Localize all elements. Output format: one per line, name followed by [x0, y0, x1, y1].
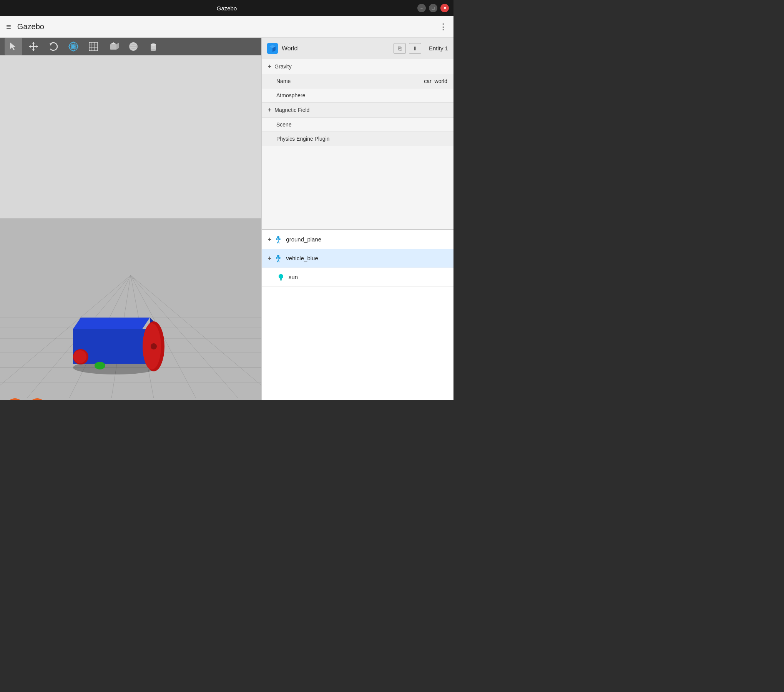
viewport[interactable]: ▶ ⏩ ‹ 0.00 % [0, 55, 261, 400]
name-value: car_world [424, 78, 447, 84]
name-row: Name car_world [262, 74, 453, 88]
sky-area [0, 55, 261, 218]
svg-marker-4 [32, 49, 35, 51]
play-button[interactable]: ▶ [6, 398, 24, 400]
fast-forward-button[interactable]: ⏩ [28, 398, 46, 400]
svg-marker-3 [32, 42, 35, 44]
vehicle-blue-label: vehicle_blue [286, 255, 318, 261]
more-options-icon[interactable]: ⋮ [439, 22, 447, 32]
entity-tree: + ground_plane [262, 230, 453, 400]
cylinder-tool-button[interactable] [145, 38, 162, 55]
window-controls: − □ ✕ [417, 4, 449, 12]
rotate-tool-button[interactable] [45, 38, 62, 55]
scene-row: Scene [262, 118, 453, 132]
orbit-tool-button[interactable] [65, 38, 82, 55]
ground-area [0, 218, 261, 400]
vehicle-blue-item[interactable]: + vehicle_blue [262, 249, 453, 268]
svg-rect-17 [110, 44, 116, 50]
magnetic-field-label: Magnetic Field [274, 107, 447, 113]
sphere-tool-button[interactable] [125, 38, 142, 55]
box-tool-button[interactable] [105, 38, 122, 55]
minimize-button[interactable]: − [417, 4, 426, 12]
world-icon [267, 43, 278, 54]
expand-icon-2: + [268, 106, 271, 113]
svg-marker-0 [10, 42, 15, 50]
svg-rect-69 [280, 279, 282, 280]
app-name-label: Gazebo [17, 22, 439, 31]
maximize-button[interactable]: □ [429, 4, 437, 12]
sun-label: sun [289, 274, 298, 280]
svg-point-25 [151, 49, 156, 51]
svg-marker-6 [36, 45, 38, 48]
svg-line-68 [278, 260, 279, 262]
translate-icon [28, 41, 39, 52]
titlebar: Gazebo − □ ✕ [0, 0, 453, 16]
box-icon [108, 41, 119, 52]
orbit-icon [68, 41, 79, 52]
model-icon-ground [274, 235, 283, 244]
model-icon-vehicle [274, 254, 283, 263]
svg-marker-19 [116, 43, 119, 50]
svg-point-49 [151, 343, 157, 349]
svg-point-53 [277, 236, 279, 238]
grid-icon [88, 41, 99, 52]
select-icon [8, 42, 18, 52]
copy-button[interactable]: ⎘ [394, 43, 406, 54]
expand-icon: + [268, 63, 271, 70]
svg-line-67 [277, 260, 278, 262]
svg-line-59 [277, 241, 278, 243]
model-svg-vehicle [274, 254, 282, 263]
sun-item[interactable]: sun [262, 268, 453, 287]
pause-button[interactable]: ⏸ [409, 43, 421, 54]
svg-point-61 [277, 255, 279, 257]
world-action-buttons: ⎘ ⏸ [394, 43, 421, 54]
svg-marker-18 [110, 42, 116, 44]
svg-marker-5 [29, 45, 31, 48]
close-button[interactable]: ✕ [440, 4, 449, 12]
svg-marker-7 [50, 43, 52, 46]
properties-list: + Gravity Name car_world Atmosphere + Ma… [262, 59, 453, 229]
translate-tool-button[interactable] [25, 38, 42, 55]
ground-plane-item[interactable]: + ground_plane [262, 230, 453, 249]
name-label: Name [268, 78, 424, 84]
svg-rect-70 [280, 280, 282, 281]
copy-icon: ⎘ [398, 45, 401, 52]
expand-plus-ground: + [268, 236, 271, 243]
expand-plus-vehicle: + [268, 255, 271, 262]
right-panel: World ⎘ ⏸ Entity 1 + Gravity Name car_wo… [261, 38, 453, 400]
lightbulb-svg [277, 273, 285, 281]
world-header: World ⎘ ⏸ Entity 1 [262, 38, 453, 59]
magnetic-field-row[interactable]: + Magnetic Field [262, 103, 453, 118]
rotate-icon [48, 41, 59, 52]
world-title: World [282, 45, 390, 52]
grid-tool-button[interactable] [85, 38, 102, 55]
toolbar [0, 38, 261, 55]
svg-point-48 [95, 362, 105, 369]
atmosphere-label: Atmosphere [268, 92, 447, 98]
select-tool-button[interactable] [5, 38, 22, 55]
svg-point-8 [72, 45, 75, 48]
svg-marker-42 [73, 318, 150, 329]
gravity-label: Gravity [274, 63, 447, 70]
svg-point-47 [73, 350, 86, 363]
atmosphere-row: Atmosphere [262, 88, 453, 103]
menubar: ≡ Gazebo ⋮ [0, 16, 453, 38]
cylinder-icon [148, 41, 159, 52]
ground-plane-label: ground_plane [286, 236, 321, 243]
sphere-icon [128, 41, 139, 52]
physics-row: Physics Engine Plugin [262, 132, 453, 146]
light-icon-sun [276, 273, 286, 282]
entity-label: Entity 1 [429, 45, 448, 52]
svg-rect-12 [89, 42, 98, 51]
hamburger-icon[interactable]: ≡ [6, 22, 11, 32]
gravity-row[interactable]: + Gravity [262, 59, 453, 74]
pause-icon: ⏸ [412, 45, 418, 52]
svg-line-60 [278, 241, 279, 243]
scene-label: Scene [268, 121, 447, 128]
svg-point-24 [151, 43, 156, 46]
model-svg-ground [274, 235, 282, 244]
cube-icon [269, 45, 276, 52]
physics-label: Physics Engine Plugin [268, 136, 447, 142]
viewport-footer: ▶ ⏩ ‹ 0.00 % [0, 397, 261, 400]
app-title: Gazebo [217, 5, 237, 12]
